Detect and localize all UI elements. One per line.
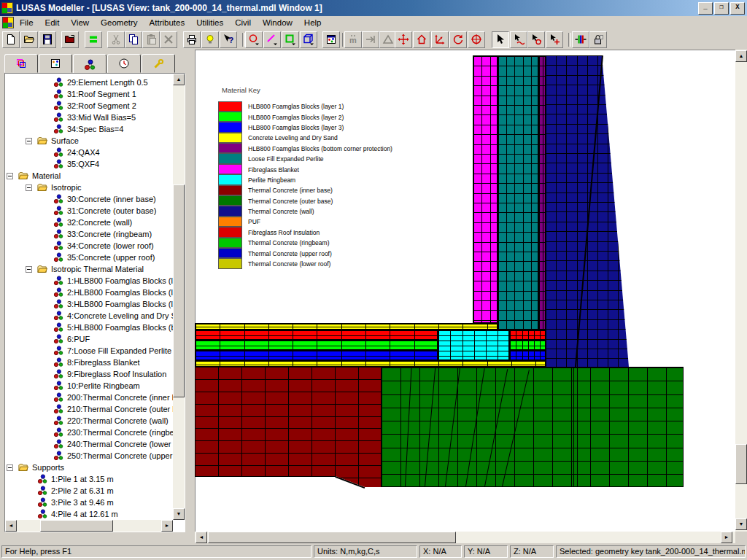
view-horizontal-scrollbar[interactable]: ◄ ► xyxy=(195,532,735,543)
title-bar[interactable]: LUSAS Modeller - [LUSAS View: tank_200-0… xyxy=(0,0,747,16)
tree-item[interactable]: 33:Mid Wall Bias=5 xyxy=(5,112,173,123)
tree-item[interactable]: 6:PUF xyxy=(5,333,173,345)
select-hover-button[interactable] xyxy=(510,31,527,48)
tree-folder-material[interactable]: Material xyxy=(5,170,173,182)
tip-bulb-button[interactable] xyxy=(201,31,219,48)
scroll-thumb[interactable] xyxy=(40,520,113,532)
scroll-down-button[interactable]: ▼ xyxy=(173,508,185,520)
context-help-button[interactable]: ? xyxy=(220,31,237,48)
menu-file[interactable]: File xyxy=(14,17,39,28)
tree-item[interactable]: 24:QAX4 xyxy=(5,147,173,158)
tab-loadcases[interactable] xyxy=(107,54,141,73)
tree-item[interactable]: 35:Concrete (upper roof) xyxy=(5,252,173,263)
tree-item[interactable]: 200:Thermal Concrete (inner b xyxy=(5,392,173,403)
menu-edit[interactable]: Edit xyxy=(39,17,66,28)
scroll-thumb[interactable] xyxy=(735,444,747,484)
menu-help[interactable]: Help xyxy=(298,17,328,28)
move-button[interactable] xyxy=(362,31,379,48)
minimize-button[interactable]: _ xyxy=(698,2,713,15)
select-add-button[interactable] xyxy=(546,31,563,48)
volume-geometry-button[interactable] xyxy=(300,31,317,48)
tree-item[interactable]: 35:QXF4 xyxy=(5,158,173,170)
tree-item[interactable]: 31:Concrete (outer base) xyxy=(5,205,173,217)
view-vertical-scrollbar[interactable]: ▲ ▼ xyxy=(735,50,747,532)
menu-attributes[interactable]: Attributes xyxy=(144,17,191,28)
tree-item[interactable]: 29:Element Length 0.5 xyxy=(5,77,173,88)
tab-attributes[interactable] xyxy=(73,54,107,74)
scroll-thumb[interactable] xyxy=(173,184,185,397)
tree-item[interactable]: 220:Thermal Concrete (wall) xyxy=(5,415,173,427)
tree-item[interactable]: 32:Concrete (wall) xyxy=(5,217,173,228)
tree-item[interactable]: 2:Pile 2 at 6.31 m xyxy=(5,485,173,497)
menu-view[interactable]: View xyxy=(65,17,95,28)
new-document-button[interactable] xyxy=(2,31,20,48)
paste-button[interactable] xyxy=(142,31,160,48)
tree-item[interactable]: 240:Thermal Concrete (lower r xyxy=(5,438,173,450)
tree-item[interactable]: 250:Thermal Concrete (upper r xyxy=(5,450,173,462)
scroll-left-button[interactable]: ◄ xyxy=(5,520,17,532)
tree-folder-isotropic-thermal[interactable]: Isotropic Thermal Material xyxy=(5,263,173,275)
scroll-up-button[interactable]: ▲ xyxy=(173,74,185,85)
tree-item[interactable]: 9:Fibreglass Roof Insulation xyxy=(5,368,173,380)
print-button[interactable] xyxy=(183,31,201,48)
visualise-rgb-button[interactable] xyxy=(572,31,589,48)
collapse-box[interactable] xyxy=(26,184,32,191)
open-model-button[interactable] xyxy=(20,31,38,48)
mesh-base-foamglas-layer3[interactable] xyxy=(195,350,438,360)
home-view-button[interactable] xyxy=(413,31,430,48)
mesh-perlite-ringbeam[interactable] xyxy=(438,330,509,360)
collapse-box[interactable] xyxy=(26,266,32,273)
select-normal-button[interactable] xyxy=(492,31,509,48)
tab-layers[interactable] xyxy=(4,54,38,73)
tree-item[interactable]: 1:Pile 1 at 3.15 m xyxy=(5,473,173,485)
tree-item[interactable]: 3:HLB800 Foamglas Blocks (la xyxy=(5,298,173,310)
scroll-up-button[interactable]: ▲ xyxy=(735,50,747,62)
lock-selection-button[interactable] xyxy=(589,31,607,48)
point-geometry-button[interactable] xyxy=(245,31,263,48)
tree-folder-supports[interactable]: Supports xyxy=(5,462,173,473)
tree-item[interactable]: 5:HLB800 Foamglas Blocks (b xyxy=(5,322,173,333)
tree-vertical-scrollbar[interactable]: ▲ ▼ xyxy=(173,74,185,520)
tree-item[interactable]: 1:HLB800 Foamglas Blocks (la xyxy=(5,275,173,287)
mdi-child-icon[interactable] xyxy=(2,17,14,28)
mesh-base-leveling-bottom[interactable] xyxy=(195,360,546,367)
dynamic-axes-button[interactable] xyxy=(431,31,449,48)
tree-item[interactable]: 30:Concrete (inner base) xyxy=(5,193,173,205)
tree-item[interactable]: 230:Thermal Concrete (ringbea xyxy=(5,427,173,438)
scroll-down-button[interactable]: ▼ xyxy=(735,518,747,530)
delete-button[interactable] xyxy=(160,31,177,48)
rotate-view-button[interactable] xyxy=(449,31,467,48)
tab-utilities[interactable] xyxy=(142,54,175,73)
tree-item[interactable]: 210:Thermal Concrete (outer b xyxy=(5,403,173,415)
mesh-wall-loose-fill-perlite[interactable] xyxy=(498,55,538,330)
cut-button[interactable] xyxy=(107,31,125,48)
tree-item[interactable]: 4:Pile 4 at 12.61 m xyxy=(5,508,173,520)
tree-item[interactable]: 7:Loose Fill Expanded Perlite xyxy=(5,345,173,357)
scroll-right-button[interactable]: ► xyxy=(161,520,173,532)
tree-item[interactable]: 3:Pile 3 at 9.46 m xyxy=(5,497,173,508)
mesh-base-foamglas-layer2[interactable] xyxy=(195,340,438,350)
collapse-box[interactable] xyxy=(7,173,13,179)
zoom-extents-button[interactable] xyxy=(468,31,485,48)
tree-item[interactable]: 34:Concrete (lower roof) xyxy=(5,240,173,252)
mesh-underwall-foamglas-layer1[interactable] xyxy=(509,330,546,340)
tree-horizontal-scrollbar[interactable]: ◄ ► xyxy=(5,520,173,532)
scroll-thumb[interactable] xyxy=(208,532,456,543)
tree-folder-surface[interactable]: Surface xyxy=(5,135,173,147)
restore-button[interactable]: ❐ xyxy=(714,2,729,15)
tree-item[interactable]: 32:Roof Segment 2 xyxy=(5,100,173,112)
copy-button[interactable] xyxy=(125,31,142,48)
menu-window[interactable]: Window xyxy=(257,17,298,28)
collapse-box[interactable] xyxy=(7,464,13,471)
open-results-button[interactable] xyxy=(61,31,79,48)
select-cycle-button[interactable] xyxy=(527,31,545,48)
surface-geometry-button[interactable] xyxy=(282,31,299,48)
menu-utilities[interactable]: Utilities xyxy=(190,17,229,28)
scroll-left-button[interactable]: ◄ xyxy=(196,532,207,543)
tab-groups[interactable] xyxy=(39,54,72,73)
close-button[interactable]: X xyxy=(730,2,745,15)
mesh-wall-fibreglass-blanket[interactable] xyxy=(473,55,498,323)
attributes-dialog-button[interactable] xyxy=(322,31,340,48)
line-geometry-button[interactable] xyxy=(263,31,281,48)
mesh-underwall-foamglas-layer2[interactable] xyxy=(509,340,546,350)
